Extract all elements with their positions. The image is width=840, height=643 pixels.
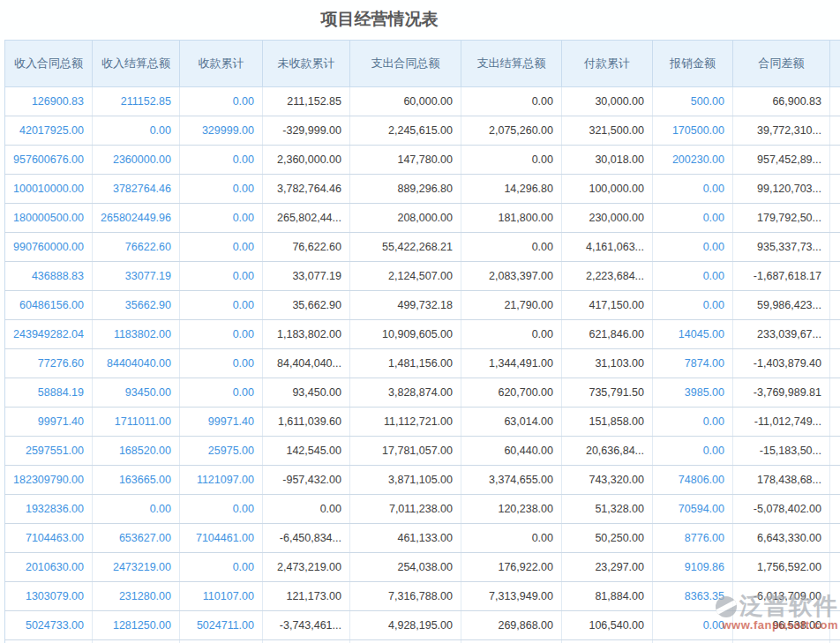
cell-collection_cumulative[interactable]: 0.00 <box>180 175 263 204</box>
cell-reimbursement_amount[interactable]: 170500.00 <box>653 116 733 146</box>
cell-collection_cumulative[interactable]: 0.00 <box>180 146 263 175</box>
cell-income_settlement_total[interactable]: 0.00 <box>93 640 180 643</box>
project-operations-table: 收入合同总额收入结算总额收款累计未收款累计支出合同总额支出结算总额付款累计报销金… <box>4 40 840 643</box>
cell-income_settlement_total[interactable]: 2473219.00 <box>93 553 180 582</box>
cell-expense_contract_total: 4,928,195.00 <box>350 611 461 640</box>
cell-collection_cumulative[interactable]: 566166.00 <box>180 640 263 643</box>
cell-uncollected_cumulative: 3,782,764.46 <box>263 175 350 204</box>
cell-income_settlement_total[interactable]: 93450.00 <box>93 378 180 407</box>
column-header-settlement_difference: 结算差额 <box>830 41 840 87</box>
cell-income_contract_total[interactable]: 100010000.00 <box>5 175 93 204</box>
cell-income_settlement_total[interactable]: 76622.60 <box>93 233 180 262</box>
cell-settlement_difference: 211,152.85 <box>830 87 840 116</box>
cell-income_contract_total[interactable]: 436888.83 <box>5 262 93 291</box>
cell-income_contract_total[interactable]: 99971.40 <box>5 407 93 437</box>
cell-income_contract_total[interactable]: 957600676.00 <box>5 146 93 175</box>
cell-income_settlement_total[interactable]: 231280.00 <box>93 582 180 611</box>
cell-income_contract_total[interactable]: 5024733.00 <box>5 611 93 640</box>
cell-expense_contract_total: 10,909,605.00 <box>350 320 461 349</box>
cell-reimbursement_amount[interactable]: 8776.00 <box>653 524 733 553</box>
table-row: 5661667.000.00566166.00-566,166.003,140,… <box>5 640 840 643</box>
cell-uncollected_cumulative: 1,611,039.60 <box>263 407 350 437</box>
cell-reimbursement_amount[interactable]: 0.00 <box>653 611 733 640</box>
cell-income_settlement_total[interactable]: 1711011.00 <box>93 407 180 437</box>
cell-collection_cumulative[interactable]: 1121097.00 <box>180 466 263 495</box>
cell-reimbursement_amount[interactable]: 0.00 <box>653 291 733 320</box>
cell-reimbursement_amount[interactable]: 0.00 <box>653 175 733 204</box>
cell-reimbursement_amount[interactable]: 7874.00 <box>653 349 733 378</box>
table-row: 5024733.001281250.005024711.00-3,743,461… <box>5 611 840 640</box>
cell-income_contract_total[interactable]: 77276.60 <box>5 349 93 378</box>
cell-income_settlement_total[interactable]: 33077.19 <box>93 262 180 291</box>
cell-uncollected_cumulative: -3,743,461... <box>263 611 350 640</box>
cell-collection_cumulative[interactable]: 0.00 <box>180 204 263 233</box>
cell-reimbursement_amount[interactable]: 3985.00 <box>653 378 733 407</box>
cell-income_contract_total[interactable]: 5661667.00 <box>5 640 93 643</box>
cell-income_settlement_total[interactable]: 0.00 <box>93 495 180 524</box>
cell-contract_difference: -11,012,749... <box>733 407 830 437</box>
cell-reimbursement_amount[interactable]: 0.00 <box>653 233 733 262</box>
cell-reimbursement_amount[interactable]: 0.00 <box>653 640 733 643</box>
cell-income_settlement_total[interactable]: 211152.85 <box>93 87 180 116</box>
cell-contract_difference: 96,538.00 <box>733 611 830 640</box>
cell-income_contract_total[interactable]: 60486156.00 <box>5 291 93 320</box>
cell-contract_difference: -5,078,402.00 <box>733 495 830 524</box>
cell-reimbursement_amount[interactable]: 70594.00 <box>653 495 733 524</box>
cell-income_contract_total[interactable]: 42017925.00 <box>5 116 93 146</box>
cell-collection_cumulative[interactable]: 5024711.00 <box>180 611 263 640</box>
table-row: 1932836.000.000.000.007,011,238.00120,23… <box>5 495 840 524</box>
cell-reimbursement_amount[interactable]: 0.00 <box>653 407 733 437</box>
cell-income_contract_total[interactable]: 58884.19 <box>5 378 93 407</box>
cell-income_contract_total[interactable]: 126900.83 <box>5 87 93 116</box>
cell-collection_cumulative[interactable]: 0.00 <box>180 378 263 407</box>
cell-collection_cumulative[interactable]: 0.00 <box>180 87 263 116</box>
cell-income_settlement_total[interactable]: 0.00 <box>93 116 180 146</box>
cell-expense_settlement_total: 0.00 <box>461 524 562 553</box>
cell-collection_cumulative[interactable]: 0.00 <box>180 553 263 582</box>
cell-collection_cumulative[interactable]: 0.00 <box>180 262 263 291</box>
cell-income_settlement_total[interactable]: 1183802.00 <box>93 320 180 349</box>
cell-collection_cumulative[interactable]: 0.00 <box>180 233 263 262</box>
cell-income_contract_total[interactable]: 2010630.00 <box>5 553 93 582</box>
cell-income_settlement_total[interactable]: 1281250.00 <box>93 611 180 640</box>
cell-collection_cumulative[interactable]: 7104461.00 <box>180 524 263 553</box>
cell-expense_contract_total: 499,732.18 <box>350 291 461 320</box>
cell-income_settlement_total[interactable]: 2360000.00 <box>93 146 180 175</box>
cell-collection_cumulative[interactable]: 0.00 <box>180 291 263 320</box>
cell-income_contract_total[interactable]: 182309790.00 <box>5 466 93 495</box>
cell-income_contract_total[interactable]: 243949282.04 <box>5 320 93 349</box>
cell-reimbursement_amount[interactable]: 0.00 <box>653 262 733 291</box>
cell-income_contract_total[interactable]: 7104463.00 <box>5 524 93 553</box>
cell-reimbursement_amount[interactable]: 500.00 <box>653 87 733 116</box>
cell-collection_cumulative[interactable]: 110107.00 <box>180 582 263 611</box>
cell-reimbursement_amount[interactable]: 0.00 <box>653 204 733 233</box>
cell-collection_cumulative[interactable]: 0.00 <box>180 495 263 524</box>
cell-income_contract_total[interactable]: 2597551.00 <box>5 437 93 466</box>
cell-collection_cumulative[interactable]: 0.00 <box>180 320 263 349</box>
cell-reimbursement_amount[interactable]: 200230.00 <box>653 146 733 175</box>
cell-income_contract_total[interactable]: 180000500.00 <box>5 204 93 233</box>
cell-income_settlement_total[interactable]: 163665.00 <box>93 466 180 495</box>
cell-income_contract_total[interactable]: 1932836.00 <box>5 495 93 524</box>
cell-contract_difference: 957,452,89... <box>733 146 830 175</box>
cell-income_settlement_total[interactable]: 35662.90 <box>93 291 180 320</box>
cell-income_settlement_total[interactable]: 653627.00 <box>93 524 180 553</box>
cell-income_settlement_total[interactable]: 168520.00 <box>93 437 180 466</box>
cell-reimbursement_amount[interactable]: 8363.35 <box>653 582 733 611</box>
cell-income_settlement_total[interactable]: 3782764.46 <box>93 175 180 204</box>
cell-income_contract_total[interactable]: 990760000.00 <box>5 233 93 262</box>
cell-payment_cumulative: 621,846.00 <box>562 320 653 349</box>
cell-collection_cumulative[interactable]: 99971.40 <box>180 407 263 437</box>
cell-settlement_difference: 2,296,29... <box>830 553 840 582</box>
cell-reimbursement_amount[interactable]: 74806.00 <box>653 466 733 495</box>
cell-reimbursement_amount[interactable]: 0.00 <box>653 437 733 466</box>
cell-income_settlement_total[interactable]: 265802449.96 <box>93 204 180 233</box>
cell-income_contract_total[interactable]: 1303079.00 <box>5 582 93 611</box>
cell-collection_cumulative[interactable]: 25975.00 <box>180 437 263 466</box>
cell-reimbursement_amount[interactable]: 14045.00 <box>653 320 733 349</box>
cell-collection_cumulative[interactable]: 0.00 <box>180 349 263 378</box>
cell-income_settlement_total[interactable]: 84404040.00 <box>93 349 180 378</box>
cell-reimbursement_amount[interactable]: 9109.86 <box>653 553 733 582</box>
cell-contract_difference: 66,900.83 <box>733 87 830 116</box>
cell-collection_cumulative[interactable]: 329999.00 <box>180 116 263 146</box>
